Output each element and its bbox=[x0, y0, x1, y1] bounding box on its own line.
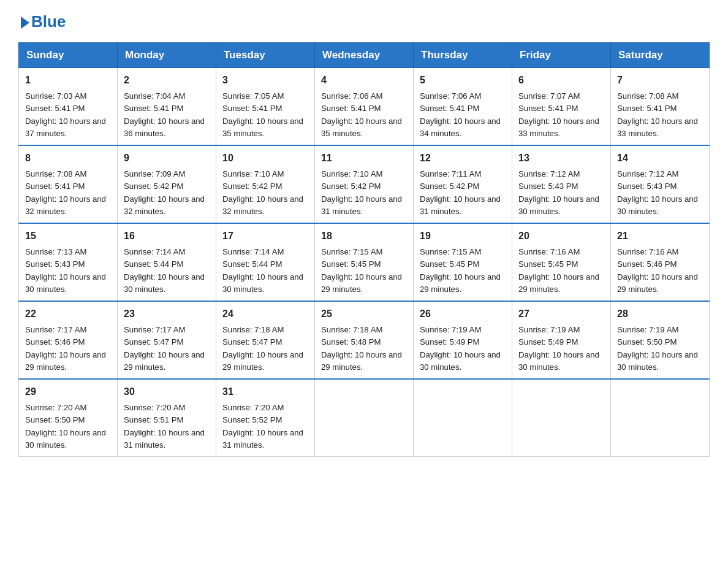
day-number: 2 bbox=[124, 73, 210, 88]
calendar-week-1: 1 Sunrise: 7:03 AMSunset: 5:41 PMDayligh… bbox=[19, 68, 710, 146]
calendar-day-10: 10 Sunrise: 7:10 AMSunset: 5:42 PMDaylig… bbox=[216, 145, 315, 223]
day-info: Sunrise: 7:13 AMSunset: 5:43 PMDaylight:… bbox=[25, 247, 106, 294]
day-info: Sunrise: 7:04 AMSunset: 5:41 PMDaylight:… bbox=[124, 91, 205, 138]
day-number: 26 bbox=[420, 307, 506, 321]
calendar-day-12: 12 Sunrise: 7:11 AMSunset: 5:42 PMDaylig… bbox=[414, 145, 512, 223]
day-info: Sunrise: 7:11 AMSunset: 5:42 PMDaylight:… bbox=[420, 169, 501, 216]
empty-cell bbox=[414, 379, 512, 457]
calendar-week-5: 29 Sunrise: 7:20 AMSunset: 5:50 PMDaylig… bbox=[19, 379, 710, 457]
calendar-day-29: 29 Sunrise: 7:20 AMSunset: 5:50 PMDaylig… bbox=[19, 379, 118, 457]
calendar-day-25: 25 Sunrise: 7:18 AMSunset: 5:48 PMDaylig… bbox=[315, 301, 414, 379]
calendar-day-24: 24 Sunrise: 7:18 AMSunset: 5:47 PMDaylig… bbox=[216, 301, 315, 379]
day-info: Sunrise: 7:12 AMSunset: 5:43 PMDaylight:… bbox=[617, 169, 698, 216]
day-number: 7 bbox=[617, 73, 703, 88]
day-info: Sunrise: 7:12 AMSunset: 5:43 PMDaylight:… bbox=[518, 169, 599, 216]
day-number: 4 bbox=[321, 73, 407, 88]
day-number: 13 bbox=[518, 151, 604, 166]
day-info: Sunrise: 7:05 AMSunset: 5:41 PMDaylight:… bbox=[222, 91, 303, 138]
page-header: Blue bbox=[18, 12, 710, 31]
calendar-day-18: 18 Sunrise: 7:15 AMSunset: 5:45 PMDaylig… bbox=[315, 223, 414, 301]
day-info: Sunrise: 7:06 AMSunset: 5:41 PMDaylight:… bbox=[321, 91, 402, 138]
calendar-day-28: 28 Sunrise: 7:19 AMSunset: 5:50 PMDaylig… bbox=[611, 301, 710, 379]
logo-blue-text: Blue bbox=[31, 12, 66, 31]
day-number: 29 bbox=[25, 385, 111, 399]
weekday-header-saturday: Saturday bbox=[611, 43, 710, 68]
day-info: Sunrise: 7:15 AMSunset: 5:45 PMDaylight:… bbox=[321, 247, 402, 294]
calendar-day-31: 31 Sunrise: 7:20 AMSunset: 5:52 PMDaylig… bbox=[216, 379, 315, 457]
calendar-day-17: 17 Sunrise: 7:14 AMSunset: 5:44 PMDaylig… bbox=[216, 223, 315, 301]
calendar-table: SundayMondayTuesdayWednesdayThursdayFrid… bbox=[18, 42, 710, 457]
day-info: Sunrise: 7:15 AMSunset: 5:45 PMDaylight:… bbox=[420, 247, 501, 294]
day-number: 16 bbox=[124, 229, 210, 243]
day-number: 27 bbox=[518, 307, 604, 321]
day-info: Sunrise: 7:03 AMSunset: 5:41 PMDaylight:… bbox=[25, 91, 106, 138]
day-number: 5 bbox=[420, 73, 506, 88]
day-info: Sunrise: 7:19 AMSunset: 5:50 PMDaylight:… bbox=[617, 325, 698, 372]
day-info: Sunrise: 7:09 AMSunset: 5:42 PMDaylight:… bbox=[124, 169, 205, 216]
calendar-day-30: 30 Sunrise: 7:20 AMSunset: 5:51 PMDaylig… bbox=[118, 379, 216, 457]
day-info: Sunrise: 7:19 AMSunset: 5:49 PMDaylight:… bbox=[420, 325, 501, 372]
calendar-day-2: 2 Sunrise: 7:04 AMSunset: 5:41 PMDayligh… bbox=[118, 68, 216, 146]
calendar-day-9: 9 Sunrise: 7:09 AMSunset: 5:42 PMDayligh… bbox=[118, 145, 216, 223]
weekday-header-sunday: Sunday bbox=[19, 43, 118, 68]
calendar-day-16: 16 Sunrise: 7:14 AMSunset: 5:44 PMDaylig… bbox=[118, 223, 216, 301]
day-info: Sunrise: 7:08 AMSunset: 5:41 PMDaylight:… bbox=[617, 91, 698, 138]
weekday-header-friday: Friday bbox=[512, 43, 611, 68]
day-info: Sunrise: 7:14 AMSunset: 5:44 PMDaylight:… bbox=[222, 247, 303, 294]
day-number: 22 bbox=[25, 307, 111, 321]
day-number: 14 bbox=[617, 151, 703, 166]
calendar-day-5: 5 Sunrise: 7:06 AMSunset: 5:41 PMDayligh… bbox=[414, 68, 512, 146]
calendar-day-20: 20 Sunrise: 7:16 AMSunset: 5:45 PMDaylig… bbox=[512, 223, 611, 301]
day-number: 20 bbox=[518, 229, 604, 243]
day-number: 23 bbox=[124, 307, 210, 321]
calendar-day-3: 3 Sunrise: 7:05 AMSunset: 5:41 PMDayligh… bbox=[216, 68, 315, 146]
day-number: 17 bbox=[222, 229, 308, 243]
day-number: 24 bbox=[222, 307, 308, 321]
day-info: Sunrise: 7:17 AMSunset: 5:46 PMDaylight:… bbox=[25, 325, 106, 372]
day-number: 30 bbox=[124, 385, 210, 399]
calendar-day-1: 1 Sunrise: 7:03 AMSunset: 5:41 PMDayligh… bbox=[19, 68, 118, 146]
day-info: Sunrise: 7:18 AMSunset: 5:48 PMDaylight:… bbox=[321, 325, 402, 372]
calendar-header-row: SundayMondayTuesdayWednesdayThursdayFrid… bbox=[19, 43, 710, 68]
day-number: 28 bbox=[617, 307, 703, 321]
empty-cell bbox=[512, 379, 611, 457]
calendar-day-7: 7 Sunrise: 7:08 AMSunset: 5:41 PMDayligh… bbox=[611, 68, 710, 146]
day-number: 1 bbox=[25, 73, 111, 88]
day-info: Sunrise: 7:06 AMSunset: 5:41 PMDaylight:… bbox=[420, 91, 501, 138]
weekday-header-thursday: Thursday bbox=[414, 43, 512, 68]
empty-cell bbox=[611, 379, 710, 457]
calendar-day-26: 26 Sunrise: 7:19 AMSunset: 5:49 PMDaylig… bbox=[414, 301, 512, 379]
day-number: 11 bbox=[321, 151, 407, 166]
logo-triangle-icon bbox=[21, 17, 29, 29]
calendar-day-21: 21 Sunrise: 7:16 AMSunset: 5:46 PMDaylig… bbox=[611, 223, 710, 301]
day-number: 21 bbox=[617, 229, 703, 243]
day-info: Sunrise: 7:19 AMSunset: 5:49 PMDaylight:… bbox=[518, 325, 599, 372]
day-info: Sunrise: 7:20 AMSunset: 5:50 PMDaylight:… bbox=[25, 403, 106, 450]
calendar-week-4: 22 Sunrise: 7:17 AMSunset: 5:46 PMDaylig… bbox=[19, 301, 710, 379]
calendar-day-27: 27 Sunrise: 7:19 AMSunset: 5:49 PMDaylig… bbox=[512, 301, 611, 379]
calendar-day-8: 8 Sunrise: 7:08 AMSunset: 5:41 PMDayligh… bbox=[19, 145, 118, 223]
day-number: 3 bbox=[222, 73, 308, 88]
day-number: 15 bbox=[25, 229, 111, 243]
calendar-day-6: 6 Sunrise: 7:07 AMSunset: 5:41 PMDayligh… bbox=[512, 68, 611, 146]
calendar-week-2: 8 Sunrise: 7:08 AMSunset: 5:41 PMDayligh… bbox=[19, 145, 710, 223]
day-number: 19 bbox=[420, 229, 506, 243]
day-info: Sunrise: 7:07 AMSunset: 5:41 PMDaylight:… bbox=[518, 91, 599, 138]
day-info: Sunrise: 7:17 AMSunset: 5:47 PMDaylight:… bbox=[124, 325, 205, 372]
day-number: 12 bbox=[420, 151, 506, 166]
calendar-day-13: 13 Sunrise: 7:12 AMSunset: 5:43 PMDaylig… bbox=[512, 145, 611, 223]
day-info: Sunrise: 7:10 AMSunset: 5:42 PMDaylight:… bbox=[321, 169, 402, 216]
weekday-header-tuesday: Tuesday bbox=[216, 43, 315, 68]
day-info: Sunrise: 7:20 AMSunset: 5:52 PMDaylight:… bbox=[222, 403, 303, 450]
day-number: 18 bbox=[321, 229, 407, 243]
calendar-day-23: 23 Sunrise: 7:17 AMSunset: 5:47 PMDaylig… bbox=[118, 301, 216, 379]
calendar-day-11: 11 Sunrise: 7:10 AMSunset: 5:42 PMDaylig… bbox=[315, 145, 414, 223]
day-info: Sunrise: 7:08 AMSunset: 5:41 PMDaylight:… bbox=[25, 169, 106, 216]
day-info: Sunrise: 7:16 AMSunset: 5:45 PMDaylight:… bbox=[518, 247, 599, 294]
day-info: Sunrise: 7:16 AMSunset: 5:46 PMDaylight:… bbox=[617, 247, 698, 294]
day-info: Sunrise: 7:10 AMSunset: 5:42 PMDaylight:… bbox=[222, 169, 303, 216]
calendar-day-15: 15 Sunrise: 7:13 AMSunset: 5:43 PMDaylig… bbox=[19, 223, 118, 301]
weekday-header-monday: Monday bbox=[118, 43, 216, 68]
calendar-day-22: 22 Sunrise: 7:17 AMSunset: 5:46 PMDaylig… bbox=[19, 301, 118, 379]
calendar-day-14: 14 Sunrise: 7:12 AMSunset: 5:43 PMDaylig… bbox=[611, 145, 710, 223]
